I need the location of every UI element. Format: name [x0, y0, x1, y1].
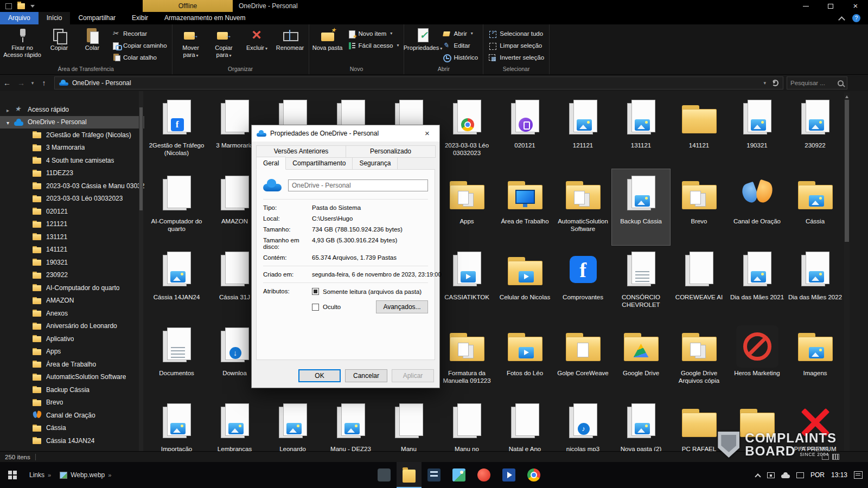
open-button[interactable]: Abrir▾	[440, 28, 480, 38]
content-scrollbar[interactable]	[844, 92, 850, 451]
file-item[interactable]: 230922	[786, 93, 844, 169]
menu-tab[interactable]: Armazenamento em Nuvem	[156, 12, 253, 24]
file-item[interactable]: nicolas mp3	[554, 397, 612, 451]
menu-tab[interactable]: Início	[39, 12, 71, 24]
sidebar-item[interactable]: 2Gestão de Tráfego (Nicolas)	[0, 129, 144, 142]
up-button[interactable]: ↑	[37, 79, 51, 87]
file-item[interactable]: Formatura da Manuella 091223	[438, 321, 496, 397]
sidebar-item[interactable]: Aplicativo	[0, 332, 144, 345]
help-icon[interactable]: ?	[852, 14, 860, 22]
taskbar-app-button[interactable]	[397, 462, 422, 488]
file-item[interactable]: Golpe CoreWeave	[554, 321, 612, 397]
sidebar-item[interactable]: Brevo	[0, 396, 144, 409]
file-item[interactable]: Área de Trabalho	[496, 169, 554, 245]
history-button[interactable]: Histórico	[440, 52, 480, 62]
file-item[interactable]: Google Drive Arquivos cópia	[670, 321, 728, 397]
select-none-button[interactable]: Limpar seleção	[486, 40, 546, 50]
new-item-button[interactable]: Novo item▾	[345, 28, 401, 38]
notification-center-icon[interactable]	[854, 471, 863, 479]
sidebar-item[interactable]: Apps	[0, 345, 144, 358]
taskbar-app-button[interactable]	[521, 462, 546, 488]
refresh-icon[interactable]	[772, 80, 778, 86]
file-item[interactable]: Leonardo	[264, 397, 322, 451]
sidebar-item[interactable]: OneDrive - Personal	[0, 116, 144, 129]
chevrons-icon[interactable]: »	[48, 472, 51, 478]
copy-button[interactable]: Copiar	[43, 25, 75, 61]
rename-button[interactable]: Renomear	[275, 25, 306, 61]
file-item[interactable]: AI-Computador do quarto	[148, 169, 206, 245]
sidebar-item[interactable]: Anexos	[0, 307, 144, 320]
back-button[interactable]: ←	[0, 79, 14, 87]
taskbar-app-button[interactable]	[471, 462, 496, 488]
file-item[interactable]: Nova pasta (2)	[612, 397, 670, 451]
file-item[interactable]: Dia das Mães 2021	[728, 245, 786, 321]
sidebar-scrollbar[interactable]	[139, 91, 143, 451]
file-item[interactable]: Apps	[438, 169, 496, 245]
sidebar-item[interactable]: Área de Trabalho	[0, 358, 144, 371]
dialog-close-button[interactable]: ×	[415, 125, 439, 142]
content-scrollbar-thumb[interactable]	[845, 100, 849, 242]
invert-selection-button[interactable]: Inverter seleção	[486, 52, 546, 62]
file-item[interactable]: Brevo	[670, 169, 728, 245]
taskbar-app-button[interactable]	[446, 462, 471, 488]
tray-icon[interactable]	[767, 472, 775, 478]
sidebar-item[interactable]: AutomaticSolution Software	[0, 371, 144, 384]
toolbar-chevron-icon[interactable]	[30, 5, 35, 10]
taskbar-app-button[interactable]	[422, 462, 446, 488]
sidebar-item[interactable]: Canal de Oração	[0, 409, 144, 422]
pin-quick-access-button[interactable]: Fixar no Acesso rápido	[3, 25, 42, 61]
readonly-checkbox[interactable]: Somente leitura (arquivos da pasta)	[312, 288, 428, 295]
sidebar-item[interactable]: Backup Cássia	[0, 383, 144, 396]
sidebar-item[interactable]: 2023-03-03 Léo 03032023	[0, 192, 144, 206]
chevrons-icon[interactable]: »	[108, 472, 111, 478]
cancel-button[interactable]: Cancelar	[345, 369, 387, 382]
forward-button[interactable]: →	[14, 79, 28, 87]
file-item[interactable]: Cássia 14JAN24	[148, 245, 206, 321]
edit-button[interactable]: Editar	[440, 40, 480, 50]
file-item[interactable]: Documentos	[148, 321, 206, 397]
collapse-ribbon-icon[interactable]	[839, 16, 845, 21]
sidebar-item[interactable]: 131121	[0, 230, 144, 243]
address-dropdown-icon[interactable]: ▾	[763, 80, 766, 86]
sidebar-item[interactable]: 2023-03-03 Cássia e Manu 03032023	[0, 179, 144, 192]
select-all-button[interactable]: Selecionar tudo	[486, 28, 546, 38]
menu-tab[interactable]: Exibir	[124, 12, 156, 24]
sidebar-item[interactable]: Cássia 14JAN24	[0, 434, 144, 447]
clock[interactable]: 13:13	[831, 471, 847, 479]
sidebar-item[interactable]: 121121	[0, 218, 144, 231]
file-item[interactable]: Imagens	[786, 321, 844, 397]
file-item[interactable]: CONSÓRCIO CHEVROLET	[612, 245, 670, 321]
advanced-button[interactable]: Avançados...	[376, 300, 428, 313]
sidebar-item[interactable]: 3 Marmoraria	[0, 142, 144, 155]
dialog-tab[interactable]: Compartilhamento	[285, 157, 353, 170]
scroll-up-icon[interactable]	[845, 94, 848, 98]
links-toolbar[interactable]: Links »	[25, 462, 55, 488]
file-item[interactable]: Canal de Oração	[728, 169, 786, 245]
file-item[interactable]: Natal e Ano	[496, 397, 554, 451]
taskbar-app-button[interactable]	[372, 462, 397, 488]
file-item[interactable]: 2023-03-03 Léo 03032023	[438, 93, 496, 169]
file-item[interactable]: 121121	[554, 93, 612, 169]
file-item[interactable]: CASSIATIKTOK	[438, 245, 496, 321]
recent-locations-icon[interactable]: ▾	[28, 80, 37, 86]
new-folder-button[interactable]: Nova pasta	[312, 25, 343, 61]
menu-tab[interactable]: Compartilhar	[70, 12, 124, 24]
delete-button[interactable]: Excluir▾	[241, 25, 273, 61]
ok-button[interactable]: OK	[298, 369, 341, 382]
file-item[interactable]: Manu	[380, 397, 438, 451]
cut-button[interactable]: Recortar	[110, 28, 169, 38]
file-item[interactable]: 190321	[728, 93, 786, 169]
apply-button[interactable]: Aplicar	[392, 369, 434, 382]
file-item[interactable]: 141121	[670, 93, 728, 169]
properties-button[interactable]: Propriedades▾	[407, 25, 438, 61]
search-box[interactable]: Pesquisar ...	[787, 76, 847, 89]
start-button[interactable]	[0, 462, 25, 488]
expand-chevron-icon[interactable]	[7, 117, 14, 127]
maximize-button[interactable]	[818, 0, 843, 12]
file-item[interactable]: Manu no	[438, 397, 496, 451]
hidden-checkbox[interactable]: Oculto	[312, 304, 341, 311]
show-hidden-icons-chevron[interactable]	[756, 473, 761, 478]
file-item[interactable]: COREWEAVE AI	[670, 245, 728, 321]
easy-access-button[interactable]: Fácil acesso▾	[345, 40, 401, 50]
paste-shortcut-button[interactable]: Colar atalho	[110, 52, 169, 62]
